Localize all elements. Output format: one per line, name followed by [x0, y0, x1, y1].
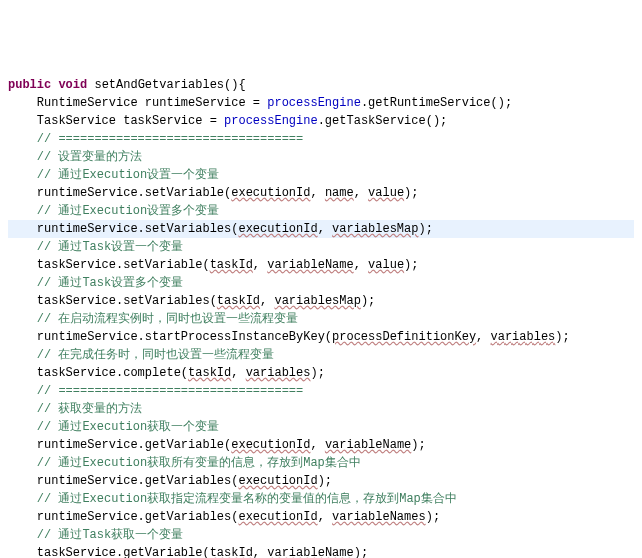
code-line-23: runtimeService.getVariables(executionId)…: [8, 472, 634, 490]
code-text: );: [318, 474, 332, 488]
param: name: [325, 186, 354, 200]
param: variableName: [267, 546, 353, 558]
code-line-17: taskService.complete(taskId, variables);: [8, 364, 634, 382]
param: executionId: [238, 474, 317, 488]
code-comment: // 通过Task获取一个变量: [8, 526, 634, 544]
code-comment: // 在完成任务时，同时也设置一些流程变量: [8, 346, 634, 364]
code-comment: // 设置变量的方法: [8, 148, 634, 166]
code-text: taskService.setVariable(: [8, 258, 210, 272]
param: taskId: [188, 366, 231, 380]
code-text: );: [361, 294, 375, 308]
param: variables: [491, 330, 556, 344]
code-text: );: [555, 330, 569, 344]
code-comment: // 通过Execution获取指定流程变量名称的变量值的信息，存放到Map集合…: [8, 490, 634, 508]
code-text: );: [354, 546, 368, 558]
param: taskId: [217, 294, 260, 308]
code-text: );: [404, 258, 418, 272]
code-text: ,: [253, 546, 267, 558]
param: variableNames: [332, 510, 426, 524]
method-signature: setAndGetvariables(){: [87, 78, 245, 92]
code-line-7: runtimeService.setVariable(executionId, …: [8, 184, 634, 202]
param: variablesMap: [274, 294, 360, 308]
code-text: ,: [253, 258, 267, 272]
param: value: [368, 258, 404, 272]
code-text: ,: [318, 222, 332, 236]
param: executionId: [238, 222, 317, 236]
code-text: ,: [310, 186, 324, 200]
code-comment: // 通过Task设置一个变量: [8, 238, 634, 256]
code-text: ,: [354, 258, 368, 272]
code-text: taskService.setVariables(: [8, 294, 217, 308]
code-comment: // 通过Execution设置多个变量: [8, 202, 634, 220]
code-comment: // 获取变量的方法: [8, 400, 634, 418]
code-text: ,: [310, 438, 324, 452]
code-comment: // 通过Execution获取一个变量: [8, 418, 634, 436]
keyword-public: public: [8, 78, 51, 92]
code-text: ,: [476, 330, 490, 344]
param: taskId: [210, 546, 253, 558]
code-text: );: [426, 510, 440, 524]
code-comment: // ==================================: [8, 130, 634, 148]
param: executionId: [231, 438, 310, 452]
code-text: ,: [260, 294, 274, 308]
code-text: runtimeService.getVariables(: [8, 474, 238, 488]
param: processDefinitionKey: [332, 330, 476, 344]
code-text: );: [418, 222, 432, 236]
code-text: taskService.complete(: [8, 366, 188, 380]
code-text: runtimeService.startProcessInstanceByKey…: [8, 330, 332, 344]
code-block: public void setAndGetvariables(){ Runtim…: [8, 76, 634, 558]
code-line-3: TaskService taskService = processEngine.…: [8, 112, 634, 130]
code-line-1: public void setAndGetvariables(){: [8, 76, 634, 94]
param: variableName: [325, 438, 411, 452]
code-line-28: taskService.getVariable(taskId, variable…: [8, 544, 634, 558]
code-text: runtimeService.setVariable(: [8, 186, 231, 200]
code-line-21: runtimeService.getVariable(executionId, …: [8, 436, 634, 454]
param: variablesMap: [332, 222, 418, 236]
code-text: runtimeService.getVariables(: [8, 510, 238, 524]
param: variableName: [267, 258, 353, 272]
param: variables: [246, 366, 311, 380]
code-comment: // ==================================: [8, 382, 634, 400]
code-text: );: [411, 438, 425, 452]
param: taskId: [210, 258, 253, 272]
param: value: [368, 186, 404, 200]
param: executionId: [231, 186, 310, 200]
code-text: ,: [318, 510, 332, 524]
code-text: );: [404, 186, 418, 200]
field-ref: processEngine: [267, 96, 361, 110]
code-text: ,: [231, 366, 245, 380]
field-ref: processEngine: [224, 114, 318, 128]
code-comment: // 在启动流程实例时，同时也设置一些流程变量: [8, 310, 634, 328]
highlighted-line: runtimeService.setVariables(executionId,…: [8, 220, 634, 238]
keyword-void: void: [58, 78, 87, 92]
code-text: runtimeService.getVariable(: [8, 438, 231, 452]
code-text: ,: [354, 186, 368, 200]
code-comment: // 通过Execution获取所有变量的信息，存放到Map集合中: [8, 454, 634, 472]
code-line-25: runtimeService.getVariables(executionId,…: [8, 508, 634, 526]
code-text: RuntimeService runtimeService =: [8, 96, 267, 110]
code-line-2: RuntimeService runtimeService = processE…: [8, 94, 634, 112]
code-comment: // 通过Task设置多个变量: [8, 274, 634, 292]
code-text: TaskService taskService =: [8, 114, 224, 128]
code-text: taskService.getVariable(: [8, 546, 210, 558]
code-line-13: taskService.setVariables(taskId, variabl…: [8, 292, 634, 310]
code-comment: // 通过Execution设置一个变量: [8, 166, 634, 184]
code-line-11: taskService.setVariable(taskId, variable…: [8, 256, 634, 274]
code-text: .getRuntimeService();: [361, 96, 512, 110]
code-line-15: runtimeService.startProcessInstanceByKey…: [8, 328, 634, 346]
code-text: );: [310, 366, 324, 380]
code-text: runtimeService.setVariables(: [8, 222, 238, 236]
param: executionId: [238, 510, 317, 524]
code-text: .getTaskService();: [318, 114, 448, 128]
